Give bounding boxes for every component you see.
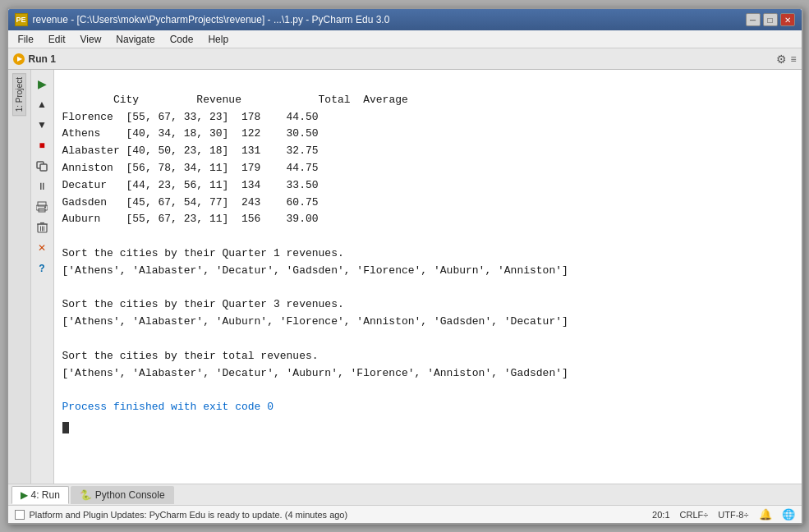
print-button[interactable] bbox=[33, 198, 51, 216]
layout-icon[interactable]: ≡ bbox=[790, 53, 796, 65]
menu-navigate[interactable]: Navigate bbox=[109, 32, 161, 47]
tab-run-label: 4: Run bbox=[31, 489, 60, 501]
tab-python-console[interactable]: 🐍 Python Console bbox=[71, 486, 174, 504]
rerun-button[interactable] bbox=[33, 157, 51, 175]
menu-view[interactable]: View bbox=[74, 32, 108, 47]
menu-edit[interactable]: Edit bbox=[42, 32, 72, 47]
menu-bar: File Edit View Navigate Code Help bbox=[8, 30, 802, 48]
run-tab-icon: ▶ bbox=[13, 53, 25, 65]
run-tab-bar: ▶ Run 1 ⚙ ≡ bbox=[8, 48, 802, 70]
svg-rect-1 bbox=[40, 164, 47, 171]
menu-help[interactable]: Help bbox=[201, 32, 235, 47]
menu-code[interactable]: Code bbox=[163, 32, 200, 47]
status-bar: Platform and Plugin Updates: PyCharm Edu… bbox=[8, 505, 802, 523]
output-row-2: Alabaster [40, 50, 23, 18] 131 32.75 bbox=[62, 144, 319, 157]
menu-file[interactable]: File bbox=[11, 32, 40, 47]
pause-button[interactable]: ⏸ bbox=[33, 177, 51, 195]
bottom-tabs: ▶ 4: Run 🐍 Python Console bbox=[8, 484, 802, 505]
python-console-icon: 🐍 bbox=[80, 489, 92, 501]
tab-python-console-label: Python Console bbox=[95, 489, 165, 501]
sort-total-label: Sort the cities by their total revenues. bbox=[62, 350, 319, 362]
left-sidebar: 1: Project bbox=[8, 70, 31, 484]
status-message: Platform and Plugin Updates: PyCharm Edu… bbox=[30, 510, 348, 520]
maximize-button[interactable]: □ bbox=[763, 13, 778, 26]
svg-rect-5 bbox=[44, 207, 46, 209]
help-button[interactable]: ? bbox=[33, 259, 51, 277]
sort-total-result: ['Athens', 'Alabaster', 'Decatur', 'Aubu… bbox=[62, 367, 568, 379]
print-icon bbox=[36, 201, 48, 213]
output-row-3: Anniston [56, 78, 34, 11] 179 44.75 bbox=[62, 162, 319, 174]
cursor-position: 20:1 bbox=[652, 510, 669, 520]
settings-icon[interactable]: ⚙ bbox=[776, 53, 787, 66]
sidebar-project-label[interactable]: 1: Project bbox=[12, 73, 26, 116]
sort3-label: Sort the cities by their Quarter 3 reven… bbox=[62, 298, 344, 310]
sort3-result: ['Athens', 'Alabaster', 'Auburn', 'Flore… bbox=[62, 315, 568, 328]
status-checkbox[interactable] bbox=[15, 510, 25, 520]
run-tab-left: ▶ Run 1 bbox=[13, 53, 56, 65]
output-row-5: Gadsden [45, 67, 54, 77] 243 60.75 bbox=[62, 196, 319, 209]
run-tab-right: ⚙ ≡ bbox=[776, 53, 796, 66]
app-icon: PE bbox=[15, 13, 28, 26]
title-bar: PE revenue - [C:\Users\mokw\PycharmProje… bbox=[8, 9, 802, 30]
delete-icon bbox=[37, 222, 48, 233]
up-button[interactable]: ▲ bbox=[33, 95, 51, 113]
sort1-result: ['Athens', 'Alabaster', 'Decatur', 'Gads… bbox=[62, 264, 568, 277]
output-row-1: Athens [40, 34, 18, 30] 122 30.50 bbox=[62, 127, 319, 140]
down-button[interactable]: ▼ bbox=[33, 116, 51, 134]
status-right: 20:1 CRLF÷ UTF-8÷ 🔔 🌐 bbox=[652, 508, 794, 521]
process-message: Process finished with exit code 0 bbox=[62, 401, 273, 413]
stop-button[interactable]: ■ bbox=[33, 136, 51, 154]
vertical-toolbar: ▶ ▲ ▼ ■ ⏸ bbox=[31, 70, 54, 484]
window-title: revenue - [C:\Users\mokw\PycharmProjects… bbox=[33, 14, 390, 25]
encoding: UTF-8÷ bbox=[718, 510, 748, 520]
main-area: 1: Project ▶ ▲ ▼ ■ ⏸ bbox=[8, 70, 802, 484]
delete-button[interactable] bbox=[33, 218, 51, 236]
output-row-0: Florence [55, 67, 33, 23] 178 44.50 bbox=[62, 111, 319, 123]
output-header: City Revenue Total Average bbox=[113, 94, 408, 106]
main-window: PE revenue - [C:\Users\mokw\PycharmProje… bbox=[7, 7, 803, 525]
rerun-icon bbox=[36, 160, 48, 172]
line-separator: CRLF÷ bbox=[680, 510, 709, 520]
pin-button[interactable]: ✕ bbox=[33, 239, 51, 257]
title-bar-left: PE revenue - [C:\Users\mokw\PycharmProje… bbox=[15, 13, 390, 26]
run-tab-play-icon: ▶ bbox=[21, 489, 28, 501]
close-button[interactable]: ✕ bbox=[780, 13, 795, 26]
output-row-6: Auburn [55, 67, 23, 11] 156 39.00 bbox=[62, 213, 319, 225]
sort1-label: Sort the cities by their Quarter 1 reven… bbox=[62, 247, 344, 259]
earth-icon[interactable]: 🌐 bbox=[782, 508, 795, 521]
run-button[interactable]: ▶ bbox=[33, 75, 51, 93]
run-tab-label: Run 1 bbox=[29, 53, 56, 65]
text-cursor bbox=[62, 422, 69, 433]
output-row-4: Decatur [44, 23, 56, 11] 134 33.50 bbox=[62, 179, 319, 191]
tab-run[interactable]: ▶ 4: Run bbox=[11, 486, 69, 504]
minimize-button[interactable]: ─ bbox=[746, 13, 761, 26]
output-text: City Revenue Total Average Florence [55,… bbox=[62, 75, 793, 451]
notification-icon[interactable]: 🔔 bbox=[759, 508, 772, 521]
cursor-line bbox=[62, 416, 69, 433]
output-area[interactable]: City Revenue Total Average Florence [55,… bbox=[54, 70, 802, 484]
status-left: Platform and Plugin Updates: PyCharm Edu… bbox=[15, 510, 348, 520]
window-controls: ─ □ ✕ bbox=[746, 13, 795, 26]
